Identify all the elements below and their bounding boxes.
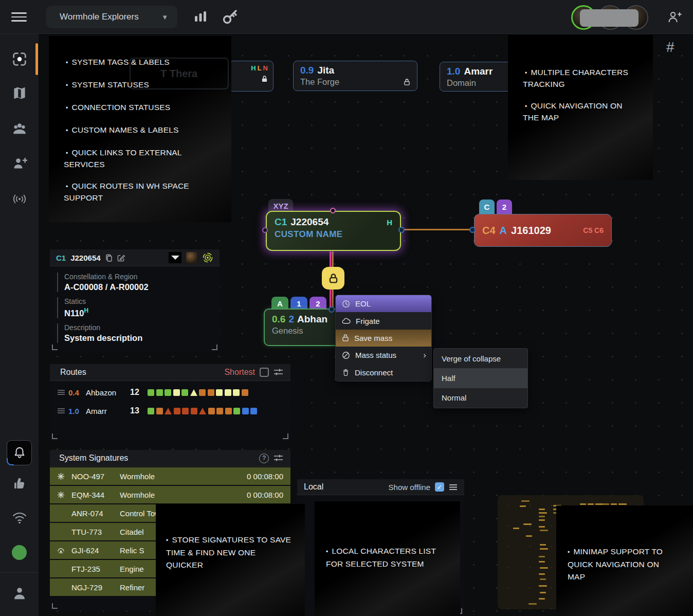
key-icon[interactable] (221, 7, 240, 26)
info-value: A-C00008 / A-R00002 (64, 282, 220, 292)
statics-list: C5 C6 (583, 226, 604, 234)
sidebar-item-tracking[interactable] (0, 50, 39, 68)
minimap-system-marker (588, 503, 594, 505)
submenu-item-verge-of-collapse[interactable]: Verge of collapse (434, 349, 527, 368)
add-character-icon[interactable] (667, 10, 682, 24)
route-segment (165, 408, 172, 414)
signature-id: NOO-497 (71, 472, 120, 481)
node-badge[interactable]: 2 (497, 200, 512, 214)
menu-label: Save mass (354, 334, 392, 342)
users-icon (11, 121, 28, 137)
minimap-system-marker (513, 528, 519, 529)
connection-lock-badge[interactable] (322, 267, 344, 289)
route-segment (208, 408, 215, 414)
menu-item-save-mass[interactable]: Save mass (336, 330, 431, 347)
submenu-item-half[interactable]: Half (434, 368, 527, 388)
node-thera-ghost: T Thera (130, 58, 229, 89)
edit-icon[interactable] (117, 254, 125, 262)
mass-status-submenu: Verge of collapse Half Normal (433, 348, 528, 408)
route-segment (199, 408, 206, 414)
signature-row[interactable]: EQM-344 Wormhole 0 00:08:00 (50, 486, 290, 503)
app-window: H L N 0.9 Jita The Forge 1.0 Amarr Domai… (0, 0, 693, 616)
callout-note: LOCAL CHARACTERS LIST FOR SELECTED SYSTE… (326, 547, 436, 568)
menu-icon[interactable] (449, 484, 458, 491)
sidebar-item-feedback[interactable] (0, 476, 39, 491)
system-name: J161029 (511, 225, 551, 237)
node-jita[interactable]: 0.9 Jita The Forge (293, 61, 417, 91)
system-class: C1 (56, 253, 66, 262)
sidebar-item-broadcast[interactable] (0, 192, 39, 206)
signature-row[interactable]: NOO-497 Wormhole 0 00:08:00 (50, 467, 290, 485)
node-home-j220654[interactable]: C1 J220654 H CUSTOM NAME (266, 211, 401, 251)
system-class: C1 (275, 216, 287, 228)
sidebar-item-notifications[interactable] (7, 440, 32, 465)
info-value: N110H (64, 307, 220, 318)
shortest-checkbox[interactable] (260, 368, 269, 377)
wifi-icon (11, 511, 28, 524)
hamburger-menu-icon[interactable] (11, 12, 27, 22)
hash-routes-icon[interactable]: # (666, 39, 682, 56)
menu-item-frigate[interactable]: Frigate (336, 312, 431, 329)
filter-sliders-icon[interactable] (273, 454, 283, 462)
route-security: 0.4 (68, 388, 86, 397)
menu-item-eol[interactable]: EOL (336, 295, 431, 312)
submenu-item-normal[interactable]: Normal (434, 388, 527, 408)
route-destination: Ahbazon (86, 388, 130, 397)
lock-icon (342, 334, 349, 342)
static-badge: H (387, 218, 392, 227)
signature-id: TTU-773 (71, 528, 120, 536)
route-segment (208, 389, 214, 396)
route-row-amarr[interactable]: 1.0 Amarr 13 (50, 404, 290, 418)
planet-thumbnail[interactable] (186, 252, 197, 263)
connection-point-home-right[interactable] (398, 227, 405, 233)
lock-icon (261, 75, 268, 83)
node-j161029[interactable]: C4 A J161029 C5 C6 (474, 214, 612, 247)
filter-sliders-icon[interactable] (273, 368, 283, 376)
help-icon[interactable]: ? (259, 454, 269, 463)
connection-point-abhan-top[interactable] (329, 306, 335, 313)
route-row-ahbazon[interactable]: 0.4 Ahbazon 12 (50, 385, 290, 400)
connection-point-top[interactable] (330, 208, 336, 213)
chevron-down-icon: ▼ (161, 13, 168, 21)
connection-point-c4-left[interactable] (469, 227, 476, 233)
signature-type: Wormhole (120, 472, 247, 481)
route-segment (191, 408, 197, 414)
shortest-toggle-label[interactable]: Shortest (224, 368, 255, 377)
connection-home-c4[interactable] (402, 229, 473, 230)
pilot-count: 2 (288, 314, 294, 325)
drag-handle-icon[interactable] (57, 389, 68, 395)
copy-icon[interactable] (105, 254, 113, 262)
route-segment (174, 408, 180, 414)
effect-target-icon[interactable] (202, 252, 213, 263)
route-segments (148, 408, 257, 414)
route-security: 1.0 (68, 407, 86, 415)
minimap-system-marker (521, 500, 530, 502)
minimap-system-marker (539, 526, 545, 528)
statistics-icon[interactable] (194, 10, 207, 24)
node-edge[interactable]: H L N (229, 61, 273, 92)
sidebar-item-profile[interactable] (0, 585, 39, 602)
sidebar-item-characters[interactable] (0, 121, 39, 137)
sidebar-item-map[interactable] (0, 85, 39, 101)
menu-item-mass-status[interactable]: Mass status › (336, 347, 431, 364)
connection-point-left[interactable] (262, 227, 268, 233)
bell-icon (13, 446, 26, 460)
route-segment (250, 408, 257, 414)
map-icon (12, 85, 27, 101)
node-abhan[interactable]: 0.6 2 Abhan Genesis (264, 309, 345, 346)
route-destination: Amarr (86, 407, 130, 415)
map-selector-dropdown[interactable]: Wormhole Explorers ▼ (46, 6, 177, 28)
routes-panel: Routes Shortest 0.4 Ahbazon 12 1.0 Amarr… (50, 364, 290, 441)
menu-item-disconnect[interactable]: Disconnect (336, 364, 431, 381)
route-segment (156, 408, 163, 414)
node-badge[interactable]: C (479, 200, 495, 214)
route-segment (233, 389, 240, 396)
route-segment (190, 389, 197, 396)
sidebar-item-add-character[interactable] (0, 156, 39, 171)
drag-handle-icon[interactable] (57, 408, 68, 414)
security-status: 0.6 (272, 314, 285, 325)
show-offline-checkbox[interactable]: ✓ (435, 482, 444, 492)
minimap-system-marker (540, 530, 548, 531)
rating-icon[interactable] (169, 252, 181, 263)
submenu-label: Verge of collapse (442, 354, 501, 363)
